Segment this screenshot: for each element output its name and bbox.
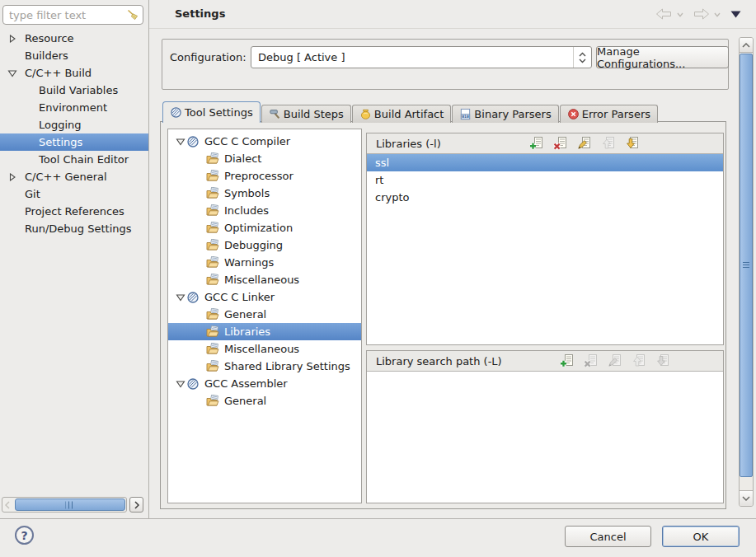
search-path-delete-button: [584, 353, 598, 367]
sidebar-item-tool-chain-editor[interactable]: Tool Chain Editor: [0, 151, 148, 168]
expander-collapsed-icon[interactable]: [7, 173, 18, 181]
libraries-move-down-button[interactable]: [625, 136, 639, 150]
expander-expanded-icon[interactable]: [175, 138, 186, 146]
settings-folder-icon: [206, 204, 219, 218]
tab-label: Build Steps: [284, 108, 344, 120]
tool-icon: [186, 291, 200, 304]
help-button[interactable]: ?: [15, 526, 34, 545]
tab-error-parsers[interactable]: Error Parsers: [560, 105, 658, 123]
error-icon: [567, 108, 580, 120]
sidebar-item-cpp-general[interactable]: C/C++ General: [0, 168, 148, 185]
tree-item-linker-general[interactable]: General: [168, 306, 361, 323]
sidebar-item-git[interactable]: Git: [0, 185, 148, 203]
sidebar-horizontal-scrollbar[interactable]: [2, 497, 143, 513]
tree-item-label: General: [224, 308, 266, 321]
sidebar-item-label: Project References: [25, 205, 124, 218]
libraries-edit-button[interactable]: [577, 136, 591, 150]
sidebar-item-label: C/C++ General: [25, 171, 107, 183]
tree-item-gcc-c-linker[interactable]: GCC C Linker: [168, 288, 361, 306]
sidebar-item-settings[interactable]: Settings: [0, 133, 148, 151]
scroll-up-icon: [742, 43, 750, 48]
configuration-combo[interactable]: Debug [ Active ]: [251, 46, 592, 68]
tab-label: Build Artifact: [374, 108, 444, 120]
tree-item-label: Includes: [224, 204, 269, 217]
library-item-rt[interactable]: rt: [367, 171, 723, 189]
tab-binary-parsers[interactable]: Binary Parsers: [452, 105, 558, 123]
sidebar-item-resource[interactable]: Resource: [0, 30, 148, 47]
libraries-delete-button[interactable]: [553, 136, 567, 150]
view-menu-icon[interactable]: [730, 11, 741, 18]
scrollbar-thumb[interactable]: [15, 498, 125, 511]
tree-item-compiler-miscellaneous[interactable]: Miscellaneous: [168, 271, 361, 288]
sidebar-item-build-variables[interactable]: Build Variables: [0, 82, 148, 99]
sidebar-item-run-debug-settings[interactable]: Run/Debug Settings: [0, 220, 148, 237]
tree-item-linker-miscellaneous[interactable]: Miscellaneous: [168, 340, 361, 358]
edit-icon: [577, 136, 591, 150]
delete-icon: [584, 353, 598, 367]
filter-field[interactable]: [2, 5, 143, 25]
tree-item-dialect[interactable]: Dialect: [168, 150, 361, 167]
scrollbar-track[interactable]: [2, 497, 127, 513]
tree-item-warnings[interactable]: Warnings: [168, 254, 361, 271]
scroll-up-button[interactable]: [740, 38, 753, 53]
libraries-add-button[interactable]: [529, 136, 543, 150]
sidebar-item-label: Settings: [39, 136, 82, 148]
tree-item-symbols[interactable]: Symbols: [168, 185, 361, 202]
tab-tool-settings[interactable]: Tool Settings: [162, 101, 261, 123]
cancel-button[interactable]: Cancel: [565, 526, 651, 547]
scroll-down-button[interactable]: [740, 490, 753, 506]
sidebar-item-cpp-build[interactable]: C/C++ Build: [0, 64, 148, 82]
sidebar-item-builders[interactable]: Builders: [0, 47, 148, 64]
tree-item-includes[interactable]: Includes: [168, 202, 361, 219]
forward-history-chevron-icon[interactable]: [714, 12, 721, 17]
scroll-right-button[interactable]: [129, 497, 143, 513]
tree-item-optimization[interactable]: Optimization: [168, 219, 361, 236]
manage-configurations-button[interactable]: Manage Configurations...: [596, 46, 729, 68]
back-history-chevron-icon[interactable]: [677, 12, 683, 17]
artifact-icon: [359, 108, 372, 120]
move-up-icon: [601, 136, 615, 150]
expander-expanded-icon[interactable]: [175, 293, 186, 302]
back-arrow-icon[interactable]: [655, 8, 672, 20]
ok-button[interactable]: OK: [662, 526, 740, 547]
settings-folder-icon: [206, 239, 219, 252]
expander-collapsed-icon[interactable]: [7, 35, 18, 43]
library-item-ssl[interactable]: ssl: [367, 154, 723, 171]
tree-item-gcc-c-compiler[interactable]: GCC C Compiler: [168, 133, 361, 150]
tab-build-steps[interactable]: Build Steps: [261, 105, 351, 123]
clear-filter-broom-icon[interactable]: [126, 8, 139, 21]
scroll-left-icon[interactable]: [5, 501, 10, 509]
tab-build-artifact[interactable]: Build Artifact: [352, 105, 452, 123]
tree-item-label: General: [224, 395, 266, 407]
filter-input[interactable]: [3, 9, 126, 21]
move-up-icon: [632, 353, 646, 367]
expander-expanded-icon[interactable]: [7, 69, 18, 77]
sidebar-item-label: C/C++ Build: [25, 67, 92, 79]
combo-spinner[interactable]: [573, 47, 591, 68]
delete-icon: [553, 136, 567, 150]
expander-expanded-icon[interactable]: [175, 380, 186, 388]
library-search-path-header: Library search path (-L): [367, 351, 723, 372]
help-icon: ?: [21, 529, 27, 542]
library-item-crypto[interactable]: crypto: [367, 189, 723, 206]
tab-label: Binary Parsers: [474, 108, 551, 120]
sidebar-item-logging[interactable]: Logging: [0, 116, 148, 133]
tree-item-shared-library-settings[interactable]: Shared Library Settings: [168, 358, 361, 375]
scrollbar-thumb[interactable]: [740, 54, 753, 477]
sidebar-item-project-references[interactable]: Project References: [0, 203, 148, 220]
scrollbar-grip: [66, 501, 75, 508]
tree-item-debugging[interactable]: Debugging: [168, 236, 361, 254]
library-item-label: rt: [375, 174, 383, 186]
tree-item-preprocessor[interactable]: Preprocessor: [168, 167, 361, 185]
main-vertical-scrollbar[interactable]: [739, 37, 754, 507]
sidebar-item-environment[interactable]: Environment: [0, 99, 148, 116]
search-path-add-button[interactable]: [560, 353, 574, 367]
tree-item-gcc-assembler[interactable]: GCC Assembler: [168, 375, 361, 392]
move-down-icon: [625, 136, 639, 150]
tree-item-libraries[interactable]: Libraries: [168, 323, 361, 340]
forward-arrow-icon[interactable]: [693, 8, 710, 20]
sidebar-divider: [148, 0, 149, 518]
tree-item-assembler-general[interactable]: General: [168, 392, 361, 410]
library-item-label: crypto: [375, 191, 410, 204]
tree-item-label: Symbols: [224, 187, 270, 199]
